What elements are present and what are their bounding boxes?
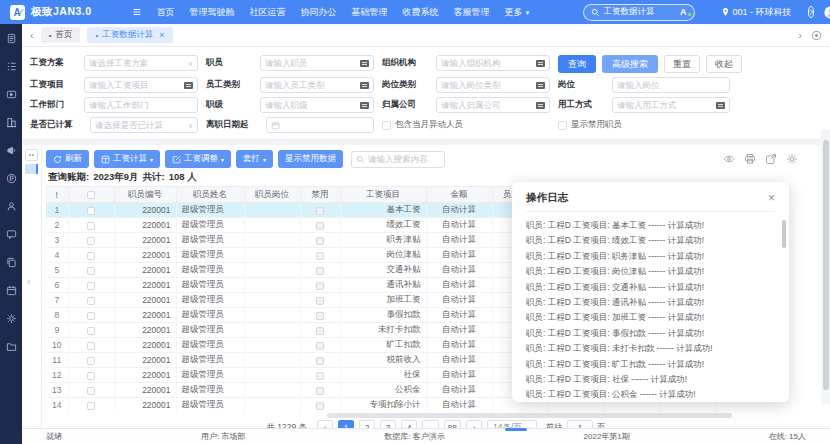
row-checkbox[interactable]: [87, 357, 95, 365]
tabs-scroll-right-icon[interactable]: ›: [798, 29, 802, 41]
calculated-input[interactable]: [95, 120, 185, 130]
collapse-filters-button[interactable]: 收起: [706, 55, 742, 73]
tabs-scroll-left-icon[interactable]: ‹: [30, 29, 34, 41]
row-checkbox[interactable]: [87, 252, 95, 260]
user-icon[interactable]: [6, 201, 17, 212]
select-all-checkbox[interactable]: [87, 191, 95, 199]
picker-icon[interactable]: [360, 102, 369, 109]
company-input[interactable]: [441, 100, 533, 110]
nav-item-office[interactable]: 协同办公: [301, 6, 337, 19]
row-checkbox[interactable]: [87, 297, 95, 305]
nav-item-service[interactable]: 客服管理: [454, 6, 490, 19]
bottom-scroll-thumb[interactable]: [505, 428, 527, 431]
employee-type-input[interactable]: [265, 80, 357, 90]
tab-options-icon[interactable]: [811, 30, 822, 41]
include-current-month-checkbox[interactable]: 包含当月异动人员: [382, 117, 550, 133]
salary-plan-input[interactable]: [89, 58, 185, 68]
picker-icon[interactable]: [360, 82, 369, 89]
tab-home[interactable]: •首页: [41, 27, 81, 43]
user-avatar-icon[interactable]: [824, 6, 830, 19]
salary-adjust-button[interactable]: 工资调整▾: [165, 150, 231, 168]
batch-print-button[interactable]: 套打▾: [236, 150, 273, 168]
nav-item-home[interactable]: 首页: [157, 6, 175, 19]
dialog-scroll-thumb[interactable]: [782, 220, 786, 248]
grid-search-input[interactable]: [368, 154, 440, 164]
salary-calc-button[interactable]: 工资计算▾: [94, 150, 160, 168]
leave-date-picker[interactable]: [266, 117, 374, 133]
salary-item-input[interactable]: [89, 80, 181, 90]
row-checkbox[interactable]: [87, 207, 95, 215]
row-checkbox[interactable]: [87, 237, 95, 245]
apps-grid-icon[interactable]: [132, 7, 142, 17]
megaphone-icon[interactable]: [6, 145, 17, 156]
tab-salary-data-calc[interactable]: •工资数据计算×: [87, 27, 172, 43]
show-disabled-data-button[interactable]: 显示禁用数据: [278, 150, 343, 168]
org-selector[interactable]: 001 - 环球科技: [721, 6, 792, 19]
nav-item-more[interactable]: 更多▼: [505, 6, 531, 19]
row-checkbox[interactable]: [87, 222, 95, 230]
settings-icon[interactable]: [786, 153, 798, 165]
nav-item-dashboard[interactable]: 管理驾驶舱: [190, 6, 235, 19]
department-input[interactable]: [89, 100, 193, 110]
help-icon[interactable]: ?: [808, 6, 814, 18]
horizontal-scrollbar[interactable]: [46, 413, 826, 419]
picker-icon[interactable]: [536, 60, 545, 67]
rank-input[interactable]: [265, 100, 357, 110]
show-disabled-staff-checkbox[interactable]: 显示禁用职员: [558, 117, 730, 133]
global-search[interactable]: A: [583, 4, 695, 21]
global-search-input[interactable]: [604, 7, 677, 17]
post-input-box[interactable]: [612, 77, 730, 93]
document-icon[interactable]: [6, 33, 17, 44]
employee-input[interactable]: [265, 58, 357, 68]
nav-item-community[interactable]: 社区运营: [250, 6, 286, 19]
row-checkbox[interactable]: [87, 312, 95, 320]
company-picker[interactable]: [436, 97, 550, 113]
employee-picker[interactable]: [260, 55, 374, 71]
organization-input[interactable]: [441, 58, 533, 68]
video-icon[interactable]: [6, 89, 17, 100]
panel-collapse-icon[interactable]: ‹: [27, 275, 31, 287]
organization-picker[interactable]: [436, 55, 550, 71]
reset-button[interactable]: 重置: [664, 55, 700, 73]
row-checkbox[interactable]: [87, 387, 95, 395]
nav-item-fee-system[interactable]: 收费系统: [403, 6, 439, 19]
close-icon[interactable]: ×: [768, 192, 775, 204]
post-type-input[interactable]: [441, 80, 533, 90]
row-checkbox[interactable]: [87, 282, 95, 290]
row-checkbox[interactable]: [87, 402, 95, 410]
calendar-icon[interactable]: [6, 285, 17, 296]
grid-search[interactable]: [351, 151, 445, 168]
employment-type-input[interactable]: [617, 100, 713, 110]
copy-icon[interactable]: [6, 257, 17, 268]
tree-expand-button[interactable]: [25, 149, 38, 161]
department-input-box[interactable]: [84, 97, 198, 113]
post-input[interactable]: [617, 80, 725, 90]
salary-plan-select[interactable]: ∨: [84, 55, 198, 71]
export-icon[interactable]: [765, 153, 777, 165]
employee-type-picker[interactable]: [260, 77, 374, 93]
close-icon[interactable]: ×: [159, 30, 164, 40]
leave-date-input[interactable]: [283, 120, 369, 130]
advanced-search-button[interactable]: 高级搜索: [602, 55, 658, 73]
tree-selected-indicator[interactable]: [25, 164, 38, 174]
printer-icon[interactable]: [744, 153, 756, 165]
row-checkbox[interactable]: [87, 372, 95, 380]
row-checkbox[interactable]: [87, 327, 95, 335]
list-icon[interactable]: [6, 61, 17, 72]
picker-icon[interactable]: [536, 102, 545, 109]
employment-type-picker[interactable]: [612, 97, 730, 113]
picker-icon[interactable]: [536, 82, 545, 89]
row-checkbox[interactable]: [87, 267, 95, 275]
nav-item-base-mgmt[interactable]: 基础管理: [352, 6, 388, 19]
building-icon[interactable]: [6, 117, 17, 128]
h-scroll-thumb[interactable]: [327, 413, 733, 418]
calculated-select[interactable]: ∨: [90, 117, 198, 133]
gear-icon[interactable]: [6, 313, 17, 324]
picker-icon[interactable]: [184, 82, 193, 89]
row-checkbox[interactable]: [87, 342, 95, 350]
query-button[interactable]: 查询: [558, 55, 596, 73]
salary-item-picker[interactable]: [84, 77, 198, 93]
picker-icon[interactable]: [360, 60, 369, 67]
folder-icon[interactable]: [6, 341, 17, 352]
vertical-scroll-thumb[interactable]: [823, 140, 829, 390]
